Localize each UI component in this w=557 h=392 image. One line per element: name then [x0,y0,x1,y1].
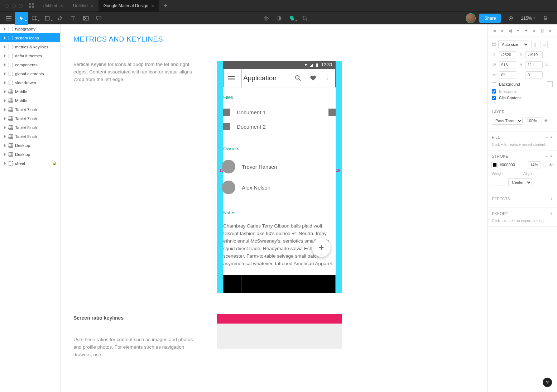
home-grid-icon[interactable] [29,3,34,8]
crop-tool[interactable] [298,12,311,25]
search-icon[interactable] [295,75,301,81]
align-vcenter-icon[interactable]: ⫩ [524,28,529,33]
caret-icon[interactable] [4,90,6,93]
layer-row[interactable]: sheet🔒 [0,159,60,168]
bg-checkbox[interactable] [492,82,496,86]
layer-row[interactable]: Tablet 9inch [0,132,60,141]
stroke-swatch[interactable] [492,162,498,168]
droplet-icon[interactable]: ◌ [543,163,547,167]
view-settings-icon[interactable] [539,12,552,25]
opacity-input[interactable] [525,117,542,124]
action-icon[interactable] [328,109,336,116]
align-top-icon[interactable]: ⫧ [516,28,521,33]
blend-select[interactable]: Pass Through [492,117,523,125]
align-right-icon[interactable]: ≡| [508,28,513,33]
tab-2[interactable]: Google Material Design× [99,0,159,11]
user-avatar[interactable] [466,13,476,23]
caret-icon[interactable] [4,99,6,102]
layer-row[interactable]: side drawer [0,78,60,87]
close-icon[interactable]: × [91,3,93,9]
min-dot[interactable] [12,4,16,8]
caret-icon[interactable] [4,46,6,48]
w-input[interactable] [499,61,516,68]
plus-icon[interactable]: + [550,154,553,158]
clip-checkbox[interactable] [492,96,496,100]
caret-icon[interactable] [4,28,6,30]
stroke-weight-input[interactable] [492,179,506,186]
heart-icon[interactable] [310,75,316,81]
caret-icon[interactable] [4,108,6,111]
caret-icon[interactable] [4,63,6,66]
layer-row[interactable]: Tablet 9inch [0,123,60,132]
frame-tool[interactable] [28,12,41,25]
layer-row[interactable]: default themes [0,51,60,60]
list-item[interactable]: Document 1 [223,105,336,119]
more-icon[interactable]: ⋯ [534,180,538,185]
align-bottom-icon[interactable]: ⫨ [532,28,537,33]
caret-icon[interactable] [4,144,6,147]
layer-row[interactable]: system icons [0,33,60,42]
caret-icon[interactable] [4,135,6,138]
layer-row[interactable]: Mobile [0,96,60,105]
caret-icon[interactable] [4,54,6,57]
layer-row[interactable]: components [0,60,60,69]
list-item[interactable]: Trevor Hansen [223,156,336,177]
visibility-icon[interactable]: 👁 [549,163,553,167]
distribute-h-icon[interactable]: ||| [540,28,545,33]
layer-row[interactable]: Desktop [0,141,60,150]
hamburger-icon[interactable] [228,76,235,80]
caret-icon[interactable] [4,162,6,165]
text-tool[interactable] [67,12,80,25]
layer-row[interactable]: global elements [0,69,60,78]
distribute-v-icon[interactable]: ≡ [548,28,553,33]
visibility-icon[interactable]: 👁 [544,119,548,123]
new-tab-button[interactable]: + [161,1,170,10]
orient-portrait[interactable]: ▯ [531,41,538,48]
layer-row[interactable]: metrics & keylines [0,42,60,51]
max-dot[interactable] [19,4,23,8]
layer-row[interactable]: Tablet 7inch [0,105,60,114]
image-tool[interactable] [80,12,92,25]
caret-icon[interactable] [4,37,6,39]
x-input[interactable] [499,51,516,58]
caret-icon[interactable] [4,72,6,75]
stroke-hex[interactable]: #000000 [500,163,526,167]
frame-preset-select[interactable]: Auto size [498,40,529,48]
move-tool[interactable] [15,12,28,25]
minus-icon[interactable]: − [546,197,548,201]
caret-icon[interactable] [4,117,6,120]
present-icon[interactable] [504,12,517,25]
plus-icon[interactable]: + [550,135,553,139]
align-left-icon[interactable]: |≡ [492,28,497,33]
comment-tool[interactable] [92,12,105,25]
layer-row[interactable]: Tablet 7inch [0,114,60,123]
lock-ratio-icon[interactable]: ⇅ [545,63,548,67]
stroke-align-select[interactable]: Center [508,178,532,186]
zoom-level[interactable]: 115% [521,16,536,21]
plus-icon[interactable]: + [550,197,553,201]
overflow-icon[interactable]: ⋮ [325,75,331,81]
tab-1[interactable]: Untitled× [68,0,99,11]
shape-tool[interactable] [41,12,54,25]
layer-row[interactable]: Mobile [0,87,60,96]
menu-icon[interactable] [2,12,15,25]
list-item[interactable]: Alex Nelson [223,177,336,198]
close-dot[interactable] [5,4,9,8]
fab-button[interactable]: + [312,238,331,257]
caret-icon[interactable] [4,126,6,129]
mask-tool[interactable] [273,12,285,25]
close-icon[interactable]: × [151,3,154,9]
inexports-checkbox[interactable] [492,89,496,94]
close-icon[interactable]: × [60,3,63,9]
caret-icon[interactable] [4,81,6,84]
help-button[interactable]: ? [543,378,552,387]
boolean-tool[interactable] [285,12,298,25]
layer-row[interactable]: Desktop [0,150,60,159]
h-input[interactable] [525,61,543,68]
rotation-input[interactable] [499,71,516,78]
caret-icon[interactable] [4,153,6,156]
align-hcenter-icon[interactable]: ≡ [500,28,505,33]
share-button[interactable]: Share [479,14,501,23]
component-tool[interactable] [260,12,273,25]
orient-landscape[interactable]: ▭ [541,41,548,48]
